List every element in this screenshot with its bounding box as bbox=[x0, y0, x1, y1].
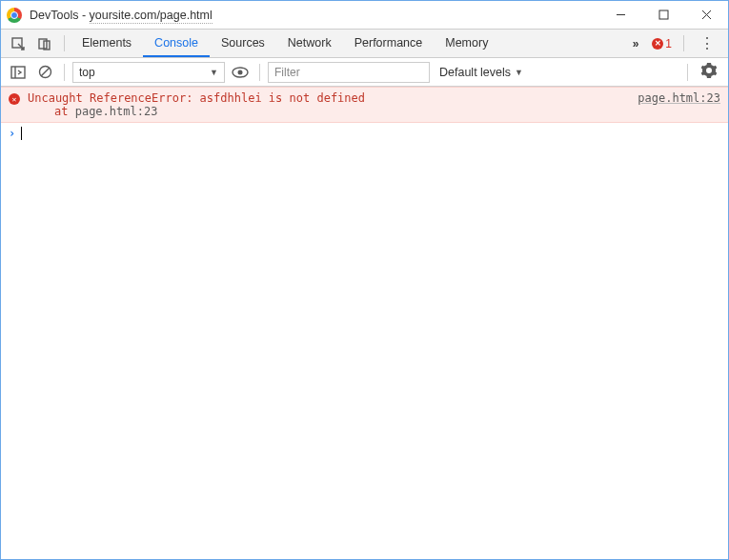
svg-rect-1 bbox=[659, 10, 668, 19]
error-circle-icon: ✕ bbox=[652, 38, 663, 50]
console-sidebar-toggle-icon[interactable] bbox=[7, 62, 30, 83]
filter-input[interactable] bbox=[268, 62, 430, 83]
error-at-location: page.html:23 bbox=[75, 105, 158, 118]
error-at-prefix: at bbox=[54, 105, 75, 118]
tab-console[interactable]: Console bbox=[143, 30, 210, 57]
live-expression-icon[interactable] bbox=[229, 62, 252, 83]
execution-context-label: top bbox=[79, 66, 95, 79]
maximize-button[interactable] bbox=[642, 1, 685, 30]
close-button[interactable] bbox=[685, 1, 728, 30]
minimize-button[interactable] bbox=[599, 1, 642, 30]
window-title: DevTools - yoursite.com/page.html bbox=[30, 9, 213, 22]
divider bbox=[64, 64, 65, 81]
error-badge[interactable]: ✕ 1 bbox=[646, 30, 678, 57]
chevron-down-icon: ▼ bbox=[515, 68, 523, 77]
svg-line-10 bbox=[41, 68, 50, 76]
error-count: 1 bbox=[665, 37, 672, 50]
titlebar: DevTools - yoursite.com/page.html bbox=[1, 1, 728, 30]
svg-point-12 bbox=[238, 70, 243, 74]
tabs-overflow-icon[interactable]: » bbox=[625, 30, 647, 57]
inspect-element-icon[interactable] bbox=[5, 30, 31, 57]
settings-gear-icon[interactable] bbox=[696, 63, 722, 82]
tab-elements[interactable]: Elements bbox=[71, 30, 143, 57]
log-levels-label: Default levels bbox=[439, 66, 511, 79]
prompt-chevron-icon: › bbox=[9, 127, 15, 140]
main-tabs-bar: Elements Console Sources Network Perform… bbox=[1, 30, 728, 58]
divider bbox=[687, 64, 688, 81]
error-source-link[interactable]: page.html:23 bbox=[638, 91, 720, 118]
window-title-prefix: DevTools - bbox=[30, 9, 90, 22]
console-error-row[interactable]: ✕ Uncaught ReferenceError: asfdhhlei is … bbox=[1, 87, 728, 123]
error-message: Uncaught ReferenceError: asfdhhlei is no… bbox=[28, 91, 626, 105]
chrome-logo-icon bbox=[7, 8, 22, 23]
error-icon: ✕ bbox=[9, 93, 20, 105]
device-toolbar-icon[interactable] bbox=[31, 30, 58, 57]
chevron-down-icon: ▼ bbox=[210, 68, 218, 77]
console-prompt[interactable]: › bbox=[1, 123, 728, 144]
divider bbox=[683, 35, 684, 51]
more-menu-icon[interactable]: ⋮ bbox=[690, 30, 724, 57]
window-title-url: yoursite.com/page.html bbox=[90, 9, 213, 24]
error-message-block: Uncaught ReferenceError: asfdhhlei is no… bbox=[28, 91, 626, 118]
clear-console-icon[interactable] bbox=[33, 62, 56, 83]
divider bbox=[64, 35, 65, 51]
svg-rect-7 bbox=[11, 67, 25, 78]
tab-performance[interactable]: Performance bbox=[343, 30, 435, 57]
error-stack-line: at page.html:23 bbox=[28, 105, 626, 118]
text-cursor bbox=[21, 127, 22, 140]
console-toolbar: top ▼ Default levels ▼ bbox=[1, 58, 728, 87]
execution-context-select[interactable]: top ▼ bbox=[72, 62, 225, 83]
log-levels-select[interactable]: Default levels ▼ bbox=[434, 62, 529, 83]
tab-memory[interactable]: Memory bbox=[434, 30, 499, 57]
tab-network[interactable]: Network bbox=[276, 30, 343, 57]
tab-sources[interactable]: Sources bbox=[210, 30, 276, 57]
divider bbox=[259, 64, 260, 81]
